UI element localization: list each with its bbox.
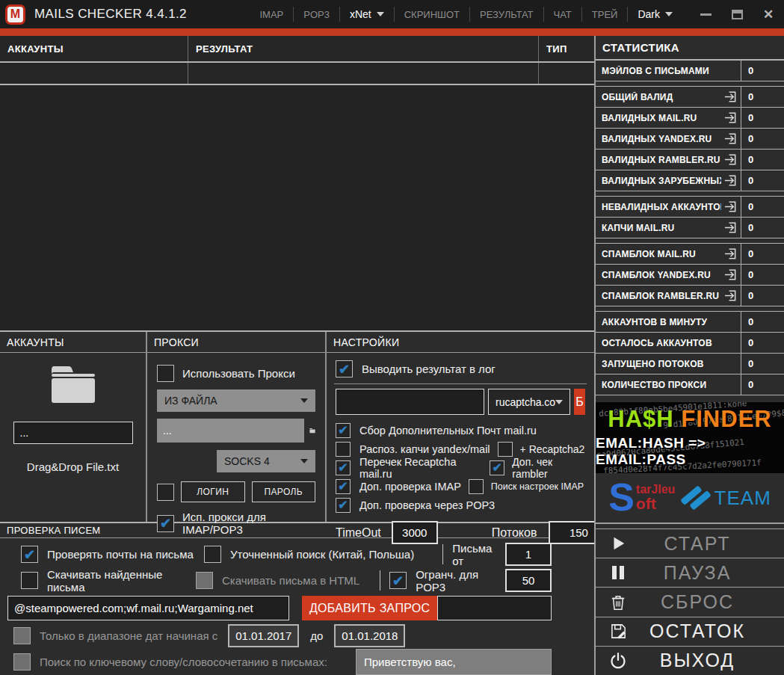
minimize-button[interactable] — [690, 0, 721, 28]
download-html-checkbox[interactable] — [196, 572, 213, 589]
folder-icon[interactable] — [49, 365, 97, 404]
collect-extra-mail-checkbox[interactable] — [336, 423, 351, 438]
menu-item-screenshot[interactable]: СКРИНШОТ — [394, 7, 469, 22]
pop3-limit-checkbox[interactable] — [389, 572, 407, 589]
proxy-type-value: SOCKS 4 — [224, 455, 270, 467]
accounts-file-path-input[interactable] — [13, 422, 133, 444]
add-query-button[interactable]: ДОБАВИТЬ ЗАПРОС — [302, 596, 437, 620]
main-area: АККАУНТЫ РЕЗУЛЬТАТ ТИП АККАУНТЫ — [0, 36, 594, 675]
collect-extra-mail-label: Сбор Дополнительных Почт mail.ru — [359, 425, 537, 437]
proxy-password-button[interactable]: ПАРОЛЬ — [252, 481, 316, 502]
pop3-check-checkbox[interactable] — [336, 498, 351, 513]
date-range-checkbox[interactable] — [13, 627, 31, 644]
use-proxy-checkbox[interactable] — [157, 365, 174, 382]
download-found-checkbox[interactable] — [21, 572, 38, 589]
maximize-button[interactable] — [721, 0, 753, 28]
proxy-file-input[interactable] — [157, 419, 304, 443]
statistic-label: ВАЛИДНЫХ ЗАРУБЕЖНЫХ — [596, 176, 721, 186]
refined-search-label: Уточненный поиск (Китай, Польша) — [230, 548, 433, 561]
keyword-search-checkbox[interactable] — [13, 653, 31, 671]
statistic-row: ОБЩИЙ ВАЛИД 0 — [596, 87, 784, 108]
statistic-row: СПАМБЛОК RAMBLER.RU 0 — [596, 286, 784, 306]
column-header-type[interactable]: ТИП — [539, 36, 594, 61]
chevron-down-icon — [665, 12, 673, 16]
browse-folder-icon[interactable] — [309, 419, 315, 442]
proxy-panel: ПРОКСИ Использовать Прокси ИЗ ФАЙЛА — [146, 332, 325, 522]
statistic-label: ВАЛИДНЫХ RAMBLER.RU — [596, 155, 721, 165]
captcha-key-input[interactable] — [336, 389, 484, 415]
statistic-value-cell: 0 — [741, 354, 784, 374]
rambler-check-checkbox[interactable] — [490, 460, 504, 475]
statistic-value-cell: 0 — [741, 87, 784, 107]
stats-group-gap — [596, 238, 784, 244]
export-arrow-icon[interactable] — [721, 132, 739, 146]
menu-item-tray[interactable]: ТРЕЙ — [581, 7, 628, 22]
captcha-recognition-checkbox[interactable] — [336, 442, 351, 457]
proxy-source-select[interactable]: ИЗ ФАЙЛА — [157, 389, 315, 412]
export-arrow-icon[interactable] — [721, 289, 739, 303]
statistic-value-cell: 0 — [741, 150, 784, 170]
theme-select[interactable]: Dark — [627, 7, 682, 22]
export-arrow-icon[interactable] — [721, 268, 739, 282]
extra-query-input[interactable] — [437, 596, 552, 620]
imap-settings-search-checkbox[interactable] — [469, 479, 484, 494]
export-arrow-icon[interactable] — [721, 90, 739, 104]
window-controls: ✕ — [690, 0, 784, 28]
export-arrow-icon[interactable] — [721, 173, 739, 188]
export-arrow-icon[interactable] — [721, 221, 739, 235]
proxy-imap-pop3-checkbox[interactable] — [157, 515, 174, 532]
export-arrow-icon[interactable] — [721, 200, 739, 214]
recaptcha-mailru-checkbox[interactable] — [336, 460, 351, 475]
close-button[interactable]: ✕ — [753, 0, 784, 28]
remainder-button[interactable]: ОСТАТОК — [596, 617, 784, 647]
pop3-limit-input[interactable] — [505, 569, 552, 592]
hash-finder-banner[interactable]: dce89b1f80ab5be45901e1811:kone 9fd1f80a9… — [596, 402, 784, 473]
imap-settings-search-label: Поиск настроек IMAP — [491, 481, 584, 492]
save-icon — [596, 623, 641, 640]
team-logo[interactable]: TEAM — [680, 484, 771, 512]
timeout-input[interactable] — [392, 521, 438, 544]
captcha-service-select[interactable]: rucaptcha.co — [488, 389, 570, 415]
exit-button[interactable]: ВЫХОД — [596, 647, 784, 675]
statistic-value: 0 — [748, 222, 753, 233]
letters-from-input[interactable] — [505, 543, 552, 566]
chevron-down-icon — [377, 12, 384, 16]
statistic-value: 0 — [748, 358, 753, 369]
starjleu-soft-logo[interactable]: S tarJleu oft — [608, 482, 675, 514]
balance-button[interactable]: Б — [574, 389, 585, 415]
menu-item-chat[interactable]: ЧАТ — [543, 7, 581, 22]
check-mail-checkbox[interactable] — [21, 546, 38, 563]
proxy-type-select[interactable]: SOCKS 4 — [217, 450, 315, 472]
start-button[interactable]: СТАРТ — [596, 529, 784, 558]
column-header-result[interactable]: РЕЗУЛЬТАТ — [188, 36, 539, 61]
export-arrow-icon[interactable] — [721, 152, 739, 167]
keyword-input[interactable] — [356, 649, 552, 675]
column-header-accounts[interactable]: АККАУНТЫ — [0, 36, 188, 61]
export-arrow-icon[interactable] — [721, 247, 739, 261]
menu-item-pop3[interactable]: POP3 — [293, 7, 339, 22]
recaptcha2-label: + Recaptcha2 — [520, 443, 585, 455]
statistic-row: ОСТАЛОСЬ АККАУНТОВ 0 — [596, 333, 784, 354]
pause-button[interactable]: ПАУЗА — [596, 558, 784, 588]
menu-item-imap[interactable]: IMAP — [250, 7, 293, 22]
refined-search-checkbox[interactable] — [204, 546, 221, 563]
query-input[interactable] — [7, 596, 289, 620]
banner-subtitle: EMAL:HASH => EMAIL:PASS — [596, 435, 784, 468]
recaptcha2-checkbox[interactable] — [498, 442, 513, 457]
export-arrow-icon[interactable] — [721, 111, 739, 125]
log-output-area[interactable] — [0, 85, 594, 332]
proxy-login-button[interactable]: ЛОГИН — [181, 481, 245, 502]
pop3-limit-label: Огранч. для POP3 — [416, 568, 505, 594]
statistic-row: АККАУНТОВ В МИНУТУ 0 — [596, 312, 784, 333]
menu-item-result[interactable]: РЕЗУЛЬТАТ — [469, 7, 543, 22]
reset-button[interactable]: СБРОС — [596, 588, 784, 617]
log-output-checkbox[interactable] — [336, 360, 353, 377]
date-from-picker[interactable]: 01.01.2017 — [228, 624, 299, 647]
empty-cell-type — [539, 63, 594, 84]
use-proxy-label: Использовать Прокси — [182, 367, 295, 380]
date-to-picker[interactable]: 01.01.2018 — [334, 624, 405, 647]
imap-check-checkbox[interactable] — [336, 479, 351, 494]
menu-item-xnet[interactable]: xNet — [339, 7, 394, 22]
play-icon — [596, 535, 641, 552]
proxy-auth-checkbox[interactable] — [157, 484, 174, 501]
